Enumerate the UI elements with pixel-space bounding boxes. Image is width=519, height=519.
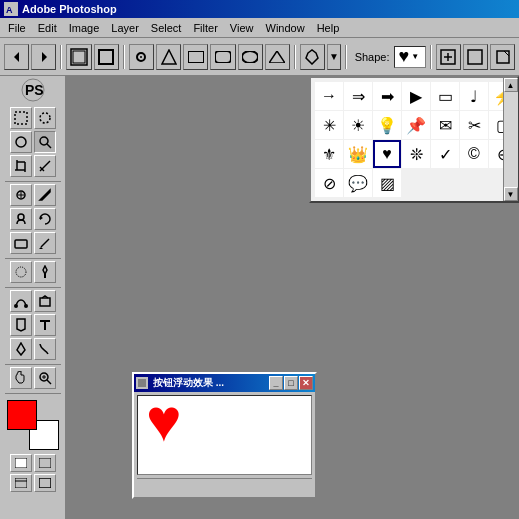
menu-window[interactable]: Window — [260, 20, 311, 36]
shape-fleur[interactable]: ⚜ — [315, 140, 343, 168]
main-toolbar: ▼ Shape: ♥ ▼ — [0, 38, 519, 76]
shape-pin[interactable]: 📌 — [402, 111, 430, 139]
pencil-tool[interactable] — [34, 232, 56, 254]
menu-layer[interactable]: Layer — [105, 20, 145, 36]
sub-window-canvas: ♥ — [137, 395, 312, 475]
menu-filter[interactable]: Filter — [187, 20, 223, 36]
shape-burst[interactable]: ✳ — [315, 111, 343, 139]
delete-layer-btn[interactable] — [463, 44, 488, 70]
dropdown-chevron-icon: ▼ — [329, 51, 339, 62]
shape-checkmark[interactable]: ✓ — [431, 140, 459, 168]
sub-window-close[interactable]: ✕ — [299, 376, 313, 390]
tool-row-5 — [10, 208, 56, 230]
shape-ornament[interactable]: 👑 — [344, 140, 372, 168]
rect-shape-btn[interactable] — [183, 44, 208, 70]
magic-wand-tool[interactable] — [10, 131, 32, 153]
shape-scissors[interactable]: ✂ — [460, 111, 488, 139]
brush-tool[interactable] — [34, 184, 56, 206]
custom-shape-btn[interactable] — [300, 44, 325, 70]
notes-tool[interactable] — [10, 314, 32, 336]
menu-image[interactable]: Image — [63, 20, 106, 36]
shape-note[interactable]: ♩ — [460, 82, 488, 110]
menu-edit[interactable]: Edit — [32, 20, 63, 36]
back-button[interactable] — [4, 44, 29, 70]
mode-btn-2[interactable] — [94, 44, 119, 70]
zoom-tool[interactable] — [34, 131, 56, 153]
shape-sun[interactable]: ☀ — [344, 111, 372, 139]
svg-line-39 — [41, 239, 49, 247]
blur-tool[interactable] — [10, 261, 32, 283]
menu-view[interactable]: View — [224, 20, 260, 36]
selected-shape-icon: ♥ — [399, 46, 410, 67]
menu-bar: File Edit Image Layer Select Filter View… — [0, 18, 519, 38]
text-tool[interactable] — [34, 314, 56, 336]
hand-tool[interactable] — [10, 367, 32, 389]
pen-tool[interactable] — [10, 338, 32, 360]
shape-rect[interactable]: ▭ — [431, 82, 459, 110]
svg-point-43 — [14, 304, 18, 308]
shape-tool[interactable] — [34, 290, 56, 312]
color-swatches — [7, 400, 59, 450]
sub-window-controls: _ □ ✕ — [269, 376, 313, 390]
tool-sep-2 — [5, 258, 61, 259]
shape-hatching[interactable]: ▨ — [373, 169, 401, 197]
standard-screen-btn[interactable] — [10, 474, 32, 492]
fill-tool-btn[interactable] — [156, 44, 181, 70]
clone-tool[interactable] — [10, 208, 32, 230]
sub-window-minimize[interactable]: _ — [269, 376, 283, 390]
scroll-track[interactable] — [504, 92, 518, 187]
dodge-tool[interactable] — [34, 261, 56, 283]
marquee-tool[interactable] — [10, 107, 32, 129]
freeform-tool[interactable] — [34, 338, 56, 360]
shape-cross[interactable]: ❊ — [402, 140, 430, 168]
shape-selector[interactable]: ♥ ▼ — [394, 46, 426, 68]
menu-help[interactable]: Help — [311, 20, 346, 36]
shape-copyright[interactable]: © — [460, 140, 488, 168]
svg-marker-3 — [42, 52, 47, 62]
fullscreen-btn[interactable] — [34, 474, 56, 492]
ellipse-btn[interactable] — [238, 44, 263, 70]
shape-arrow-fat[interactable]: ➡ — [373, 82, 401, 110]
dropdown-arrow-btn[interactable]: ▼ — [327, 44, 341, 70]
svg-rect-17 — [468, 50, 482, 64]
shape-heart[interactable]: ♥ — [373, 140, 401, 168]
crop-tool[interactable] — [10, 155, 32, 177]
shape-speech[interactable]: 💬 — [344, 169, 372, 197]
zoom-in-tool[interactable] — [34, 367, 56, 389]
shape-banner[interactable]: ▶ — [402, 82, 430, 110]
healing-tool[interactable] — [10, 184, 32, 206]
scroll-down-btn[interactable]: ▼ — [504, 187, 518, 201]
new-layer-btn[interactable] — [436, 44, 461, 70]
toolbox-bottom — [10, 454, 56, 492]
sub-window-restore[interactable]: □ — [284, 376, 298, 390]
quick-mask-btn[interactable] — [34, 454, 56, 472]
sub-window-titlebar: 按钮浮动效果 ... _ □ ✕ — [134, 374, 315, 392]
shape-lightbulb[interactable]: 💡 — [373, 111, 401, 139]
menu-file[interactable]: File — [2, 20, 32, 36]
shape-no[interactable]: ⊘ — [315, 169, 343, 197]
eraser-tool[interactable] — [10, 232, 32, 254]
shape-email[interactable]: ✉ — [431, 111, 459, 139]
scroll-up-btn[interactable]: ▲ — [504, 78, 518, 92]
sub-window: 按钮浮动效果 ... _ □ ✕ ♥ — [132, 372, 317, 499]
brush-tool-btn[interactable] — [129, 44, 154, 70]
foreground-color-swatch[interactable] — [7, 400, 37, 430]
svg-point-36 — [18, 214, 24, 220]
shape-arrow-right[interactable]: → — [315, 82, 343, 110]
mode-btn-1[interactable] — [66, 44, 91, 70]
rounded-rect-btn[interactable] — [210, 44, 235, 70]
measure-tool[interactable] — [34, 155, 56, 177]
resize-btn[interactable] — [490, 44, 515, 70]
forward-button[interactable] — [31, 44, 56, 70]
path-tool[interactable] — [10, 290, 32, 312]
shape-arrow-bold[interactable]: ⇒ — [344, 82, 372, 110]
canvas-area[interactable]: → ⇒ ➡ ▶ ▭ ♩ ⚡ ✳ ☀ 💡 📌 ✉ ✂ ▢ ⚜ 👑 ♥ ❊ — [66, 76, 519, 519]
svg-point-12 — [242, 51, 258, 63]
menu-select[interactable]: Select — [145, 20, 188, 36]
toolbar-sep-4 — [345, 45, 347, 69]
history-tool[interactable] — [34, 208, 56, 230]
lasso-tool[interactable] — [34, 107, 56, 129]
normal-mode-btn[interactable] — [10, 454, 32, 472]
polygon-btn[interactable] — [265, 44, 290, 70]
svg-marker-40 — [39, 247, 43, 249]
